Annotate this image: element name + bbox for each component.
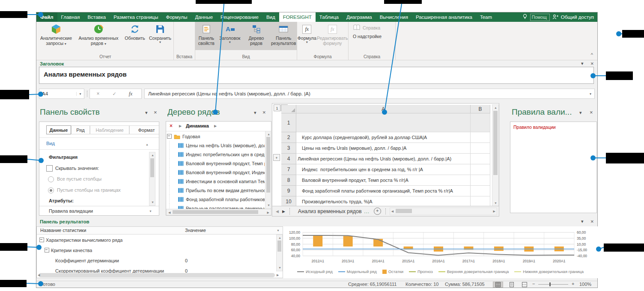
outline-level-button[interactable]: 1: [274, 104, 280, 111]
menu-tab[interactable]: Рецензирование: [217, 12, 262, 22]
zoom-level[interactable]: 100%: [579, 282, 591, 287]
row-header[interactable]: 2: [281, 132, 296, 143]
row-header[interactable]: 3: [281, 143, 296, 154]
cell[interactable]: [471, 154, 490, 164]
report-title-input[interactable]: Анализ временных рядов: [39, 67, 594, 84]
select-all-corner[interactable]: [281, 105, 296, 113]
tree-folder[interactable]: Годовая: [167, 132, 265, 141]
ribbon-button[interactable]: Сохранить▾: [148, 22, 173, 50]
cancel-icon[interactable]: ×: [90, 91, 106, 97]
collapse-section-icon[interactable]: ▲: [146, 143, 149, 146]
properties-scrollbar[interactable]: ▲ ▼: [149, 152, 155, 206]
menu-tab[interactable]: Главная: [57, 12, 84, 22]
results-row[interactable]: Коэффициент детерминации0: [37, 255, 283, 266]
zoom-out-button[interactable]: −: [532, 281, 535, 286]
tree-item[interactable]: Валовой внутренний продукт, Индекс-де: [169, 168, 265, 177]
ribbon-button[interactable]: Обновить: [122, 22, 148, 50]
menu-tab[interactable]: Team: [476, 12, 496, 22]
collapse-ribbon-icon[interactable]: ^: [591, 52, 593, 57]
attributes-dropdown[interactable]: Правила валидации ▼: [39, 206, 159, 216]
ribbon-button[interactable]: Аналитические запросы ▾: [37, 22, 75, 50]
cell[interactable]: Курс доллара (среднегодовой), рублей за …: [296, 132, 471, 143]
zoom-slider-handle[interactable]: [549, 282, 551, 286]
cell[interactable]: Цены на нефть Urals (мировые), долл. / б…: [296, 143, 471, 154]
column-header[interactable]: B: [471, 105, 490, 113]
ribbon-button[interactable]: Дерево рядов: [242, 22, 271, 50]
share-button[interactable]: Общий доступ: [552, 14, 594, 21]
close-icon[interactable]: ×: [262, 109, 266, 116]
cell[interactable]: [471, 186, 490, 196]
close-icon[interactable]: ×: [590, 60, 594, 67]
collapse-icon[interactable]: [167, 134, 172, 139]
ribbon-button[interactable]: AЗаголовок▾: [218, 22, 242, 50]
sheet-tab-active[interactable]: Анализ временных рядов: [298, 208, 362, 214]
row-header[interactable]: 8: [281, 175, 296, 186]
sheet-tab-overflow[interactable]: ...: [364, 209, 370, 214]
hide-values-checkbox[interactable]: [46, 165, 53, 172]
menu-tab[interactable]: Диаграмма: [343, 12, 376, 22]
collapse-icon[interactable]: [45, 248, 49, 252]
tree-scrollbar-v[interactable]: ▲ ▼: [265, 131, 271, 209]
tree-item[interactable]: Цены на нефть Urals (мировые), долл.: [169, 141, 265, 150]
cell[interactable]: [471, 164, 490, 175]
tree-item[interactable]: Прибыль по всем видам деятельности,: [169, 186, 265, 195]
formula-bar[interactable]: Линейная регрессия (Цены на нефть Urals …: [144, 89, 595, 99]
close-icon[interactable]: ×: [590, 218, 594, 225]
page-break-icon[interactable]: [519, 282, 530, 288]
results-col-value[interactable]: Значение: [185, 228, 206, 233]
cell[interactable]: Фонд заработной платы работников организ…: [296, 186, 471, 196]
sheet-scrollbar-v[interactable]: ▲ ▼: [492, 104, 499, 207]
ribbon-button[interactable]: Панель результатов: [270, 22, 297, 50]
menu-tab[interactable]: Таблица: [316, 12, 343, 22]
menu-tab[interactable]: FORESIGHT: [279, 12, 316, 22]
tree-item[interactable]: Фонд заработной платы работников орг: [169, 195, 265, 204]
tree-item[interactable]: Индекс потребительских цен в среднем: [169, 150, 265, 159]
breadcrumb[interactable]: Динамика: [186, 123, 209, 128]
normal-view-icon[interactable]: [493, 282, 503, 288]
menu-tab[interactable]: Вставка: [83, 12, 110, 22]
close-icon[interactable]: ×: [154, 109, 157, 116]
tree-item[interactable]: Валовой внутренний продукт, Темп рост: [169, 159, 265, 168]
cell[interactable]: [296, 113, 471, 132]
results-row[interactable]: Характеристики вычислимого ряда: [37, 235, 283, 245]
assistant-input[interactable]: Помощ: [530, 14, 550, 21]
ribbon-button[interactable]: Анализ временных рядов ▾: [75, 22, 122, 50]
chevron-down-icon[interactable]: ▾: [145, 110, 148, 116]
add-sheet-icon[interactable]: +: [374, 208, 381, 215]
name-box[interactable]: A4 ▾: [39, 89, 84, 99]
close-icon[interactable]: ×: [590, 109, 593, 116]
menu-tab[interactable]: Формулы: [162, 12, 191, 22]
menu-tab[interactable]: Вид: [262, 12, 279, 22]
ribbon-button[interactable]: Панель свойств: [195, 22, 218, 50]
cell[interactable]: [471, 113, 490, 132]
collapse-icon[interactable]: [39, 238, 44, 242]
cell[interactable]: [471, 143, 490, 154]
menu-tab[interactable]: Файл: [36, 12, 57, 22]
menu-tab[interactable]: Вычисления: [376, 12, 412, 22]
remove-icon[interactable]: ×: [170, 123, 173, 129]
cell[interactable]: [471, 175, 490, 186]
chevron-right-icon[interactable]: ▶: [179, 125, 182, 128]
tree-scrollbar-h[interactable]: ◀ ▶: [166, 209, 271, 215]
menu-tab[interactable]: Данные: [191, 12, 217, 22]
column-header[interactable]: A: [296, 105, 471, 113]
enter-icon[interactable]: ✓: [106, 91, 122, 97]
chevron-down-icon[interactable]: ▾: [254, 110, 256, 116]
sheet-nav-forward-icon[interactable]: ▶: [282, 209, 285, 214]
chevron-down-icon[interactable]: ▾: [76, 92, 84, 96]
properties-tab[interactable]: Формат: [129, 125, 159, 134]
chevron-right-icon[interactable]: ▶: [214, 125, 217, 128]
row-header[interactable]: 7: [281, 164, 296, 175]
tree-item[interactable]: Реальные располагаемые денежные до: [169, 204, 265, 209]
cell[interactable]: Индекс потребительских цен в среднем за …: [296, 164, 471, 175]
page-layout-icon[interactable]: [507, 282, 517, 288]
outline-expand-button[interactable]: +: [273, 154, 280, 161]
chevron-down-icon[interactable]: ▾: [581, 219, 584, 224]
results-col-name[interactable]: Название статистики: [40, 228, 86, 233]
results-scrollbar-h[interactable]: [39, 273, 275, 277]
menu-tab[interactable]: Расширенная аналитика: [412, 12, 476, 22]
tree-item[interactable]: Инвестиции в основной капитал Темп ро: [169, 177, 265, 186]
results-scrollbar-v[interactable]: ▲ ▼: [276, 235, 283, 271]
cell[interactable]: Валовой внутренний продукт, Темп роста %…: [296, 175, 471, 186]
chevron-down-icon[interactable]: ▼: [277, 229, 280, 232]
